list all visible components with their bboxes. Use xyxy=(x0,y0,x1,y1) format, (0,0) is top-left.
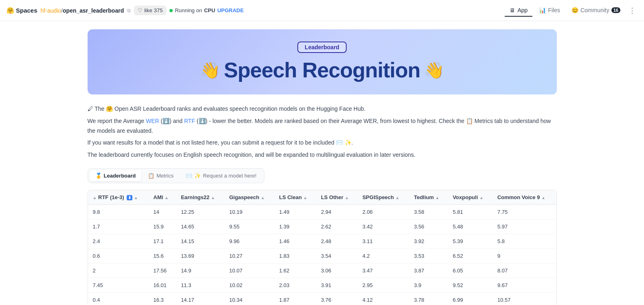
tab-community-label: Community xyxy=(580,7,609,13)
like-button[interactable]: ♡ like 375 xyxy=(134,6,166,15)
topbar-right: 🖥 App 📊 Files 😊 Community 16 ⋮ xyxy=(505,4,637,17)
cell-ls_clean: 1.39 xyxy=(274,219,316,234)
tab-leaderboard[interactable]: 🥇 Leaderboard xyxy=(90,170,142,181)
tab-files[interactable]: 📊 Files xyxy=(534,4,565,17)
cell-tedlium: 3.9 xyxy=(409,278,448,292)
cell-rtf: 2 xyxy=(88,263,149,278)
cell-rtf: 2.4 xyxy=(88,234,149,248)
col-spgi[interactable]: SPGISpeech ▲ xyxy=(358,190,409,205)
cell-cv9: 8.07 xyxy=(492,263,556,278)
request-email-emoji: ✉️ xyxy=(186,173,192,179)
running-text: Running on xyxy=(175,7,202,13)
tab-request-extra-emoji: ✨ xyxy=(194,173,201,179)
cell-earnings22: 14.65 xyxy=(176,219,224,234)
running-dot xyxy=(169,9,173,12)
col-rtf[interactable]: ▲ RTF (1e-3) ⬇ ▲ xyxy=(88,190,149,205)
tab-leaderboard-label: Leaderboard xyxy=(104,173,136,179)
col-cv9[interactable]: Common Voice 9 ▲ xyxy=(492,190,556,205)
metrics-emoji: 📋 xyxy=(466,118,473,124)
cell-cv9: 7.75 xyxy=(492,204,556,219)
cell-ls_other: 3.91 xyxy=(316,278,358,292)
col-tedlium[interactable]: Tedlium ▲ xyxy=(409,190,448,205)
like-count: 375 xyxy=(154,7,163,13)
cell-ls_clean: 1.87 xyxy=(274,292,316,305)
cell-spgi: 3.11 xyxy=(358,234,409,248)
lso-sort: ▲ xyxy=(345,195,349,200)
repo-path: hf-audio/open_asr_leaderboard xyxy=(41,7,124,14)
cell-cv9: 10.57 xyxy=(492,292,556,305)
table-row: 217.5614.910.071.623.063.473.876.058.07 xyxy=(88,263,556,278)
col-ls-clean[interactable]: LS Clean ▲ xyxy=(274,190,316,205)
rtf-link[interactable]: RTF xyxy=(184,118,195,124)
cell-earnings22: 14.9 xyxy=(176,263,224,278)
cell-ls_clean: 1.49 xyxy=(274,204,316,219)
tab-request[interactable]: ✉️ ✨ Request a model here! xyxy=(180,170,262,181)
leaderboard-emoji: 🥇 xyxy=(95,173,102,179)
leaderboard-table: ▲ RTF (1e-3) ⬇ ▲ AMI ▲ Earnings22 ▲ Giga… xyxy=(88,190,557,305)
cell-tedlium: 3.92 xyxy=(409,234,448,248)
cell-spgi: 2.06 xyxy=(358,204,409,219)
data-table: ▲ RTF (1e-3) ⬇ ▲ AMI ▲ Earnings22 ▲ Giga… xyxy=(88,190,556,305)
vox-sort: ▲ xyxy=(479,195,484,200)
cell-rtf: 1.7 xyxy=(88,219,149,234)
cell-ls_other: 2.48 xyxy=(316,234,358,248)
cell-ami: 16.01 xyxy=(149,278,176,292)
spaces-emoji: 🤗 xyxy=(7,7,14,14)
more-menu-icon[interactable]: ⋮ xyxy=(627,4,637,17)
cell-spgi: 4.2 xyxy=(358,248,409,263)
cell-gigaspeech: 10.34 xyxy=(224,292,275,305)
desc-the: The xyxy=(95,105,106,112)
table-row: 9.81412.2510.191.492.942.063.585.817.75 xyxy=(88,204,556,219)
upgrade-text[interactable]: UPGRADE xyxy=(217,7,244,13)
cell-rtf: 9.8 xyxy=(88,204,149,219)
cell-spgi: 4.12 xyxy=(358,292,409,305)
like-label: like xyxy=(144,7,152,13)
cell-cv9: 9.67 xyxy=(492,278,556,292)
org-name[interactable]: hf-audio xyxy=(41,7,62,14)
desc-line2: We report the Average WER (⬇️) and RTF (… xyxy=(88,116,557,136)
section-tabs: 🥇 Leaderboard 📋 Metrics ✉️ ✨ Request a m… xyxy=(88,168,264,183)
col-earnings22[interactable]: Earnings22 ▲ xyxy=(176,190,224,205)
cell-rtf: 7.45 xyxy=(88,278,149,292)
description-block: 🖊 The 🤗 Open ASR Leaderboard ranks and e… xyxy=(88,104,557,160)
cell-voxpopuli: 6.99 xyxy=(448,292,492,305)
email-emoji: ✉️ xyxy=(336,139,343,146)
table-row: 1.715.914.659.551.392.623.423.565.485.97 xyxy=(88,219,556,234)
sparkle-emoji: ✨ xyxy=(345,139,352,146)
table-header: ▲ RTF (1e-3) ⬇ ▲ AMI ▲ Earnings22 ▲ Giga… xyxy=(88,190,556,205)
cell-tedlium: 3.87 xyxy=(409,263,448,278)
col-gigaspeech[interactable]: Gigaspeech ▲ xyxy=(224,190,275,205)
tab-files-label: Files xyxy=(548,7,560,13)
cell-cv9: 5.8 xyxy=(492,234,556,248)
repo-name[interactable]: open_asr_leaderboard xyxy=(63,7,124,14)
cell-ami: 15.9 xyxy=(149,219,176,234)
tab-request-label: Request a model here! xyxy=(203,173,257,179)
wer-link[interactable]: WER xyxy=(146,118,159,124)
app-icon: 🖥 xyxy=(510,7,515,13)
cell-tedlium: 3.53 xyxy=(409,248,448,263)
cell-voxpopuli: 6.05 xyxy=(448,263,492,278)
spaces-logo[interactable]: 🤗 Spaces xyxy=(7,7,37,14)
cell-ami: 15.6 xyxy=(149,248,176,263)
col-ami[interactable]: AMI ▲ xyxy=(149,190,176,205)
copy-icon[interactable]: ⧉ xyxy=(127,8,131,13)
cell-earnings22: 12.25 xyxy=(176,204,224,219)
tab-app[interactable]: 🖥 App xyxy=(505,4,532,17)
cell-ls_other: 3.06 xyxy=(316,263,358,278)
cell-cv9: 9 xyxy=(492,248,556,263)
rtf-arrow: ⬇️ xyxy=(199,118,206,124)
cell-spgi: 2.95 xyxy=(358,278,409,292)
tab-community[interactable]: 😊 Community 16 xyxy=(567,4,625,17)
cell-ami: 17.56 xyxy=(149,263,176,278)
hero-title: 👋 Speech Recognition 👋 xyxy=(104,58,541,82)
col-voxpopuli[interactable]: Voxpopuli ▲ xyxy=(448,190,492,205)
community-emoji: 😊 xyxy=(571,7,578,13)
cell-earnings22: 14.17 xyxy=(176,292,224,305)
table-row: 7.4516.0111.310.022.033.912.953.99.529.6… xyxy=(88,278,556,292)
desc-line1: 🖊 The 🤗 Open ASR Leaderboard ranks and e… xyxy=(88,104,557,114)
hf-emoji: 🤗 xyxy=(106,105,113,112)
tab-metrics[interactable]: 📋 Metrics xyxy=(142,170,179,181)
col-ls-other[interactable]: LS Other ▲ xyxy=(316,190,358,205)
cell-voxpopuli: 9.52 xyxy=(448,278,492,292)
sort-download-icon[interactable]: ⬇ xyxy=(127,195,132,200)
